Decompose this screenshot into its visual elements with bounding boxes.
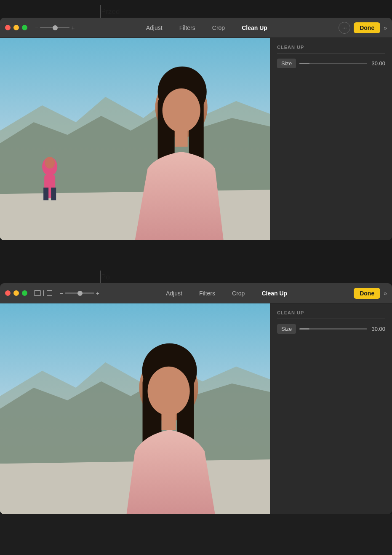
filters-button-bottom[interactable]: Filters (191, 287, 224, 299)
zoom-control-top: − + (35, 24, 75, 31)
after-label-area: Po (0, 265, 392, 283)
expand-button-bottom[interactable]: » (384, 290, 387, 297)
before-label: Przed (101, 8, 120, 16)
after-label: Po (101, 273, 110, 282)
zoom-slider-thumb-top (53, 25, 58, 30)
after-scene-svg (0, 303, 270, 514)
size-slider-track-top[interactable] (299, 63, 367, 64)
window-body-top: CLEAN UP Size 30.00 (0, 38, 392, 240)
image-area-bottom[interactable] (0, 303, 270, 514)
toolbar-nav-top: Adjust Filters Crop Clean Up (78, 22, 335, 34)
done-button-top[interactable]: Done (354, 22, 380, 33)
toolbar-right-top: ··· Done » (339, 22, 387, 34)
maximize-button-bottom[interactable] (22, 290, 27, 296)
titlebar-top: − + Adjust Filters Crop Clean Up ··· Don… (0, 18, 392, 38)
minimize-button[interactable] (13, 25, 19, 30)
view-toggle-split-icon (47, 290, 52, 296)
more-button-top[interactable]: ··· (339, 22, 350, 34)
before-label-area: Przed (0, 0, 392, 18)
toolbar-right-bottom: Done » (354, 288, 387, 299)
zoom-slider-bottom[interactable] (65, 292, 94, 294)
size-slider-fill-top (299, 63, 309, 64)
zoom-plus-top[interactable]: + (71, 24, 75, 31)
more-icon-top: ··· (342, 24, 347, 31)
before-divider-line (97, 38, 97, 240)
maximize-button[interactable] (22, 25, 27, 30)
after-divider-line (97, 303, 97, 514)
after-window: − + Adjust Filters Crop Clean Up Done » (0, 283, 392, 514)
cleanup-section-title-top: CLEAN UP (277, 45, 385, 50)
cleanup-button-bottom[interactable]: Clean Up (253, 287, 296, 299)
size-label-button-top[interactable]: Size (277, 59, 296, 68)
expand-button-top[interactable]: » (384, 24, 387, 31)
before-label-line (100, 5, 101, 18)
view-toggle-bottom[interactable] (34, 290, 52, 296)
image-area-top[interactable] (0, 38, 270, 240)
adjust-button-top[interactable]: Adjust (138, 22, 171, 34)
cleanup-section-title-bottom: CLEAN UP (277, 310, 385, 315)
svg-point-14 (163, 88, 200, 132)
zoom-slider-thumb-bottom (77, 291, 83, 296)
zoom-slider-top[interactable] (40, 27, 69, 28)
svg-point-7 (45, 157, 55, 169)
done-button-bottom[interactable]: Done (354, 288, 380, 299)
zoom-control-bottom: − + (60, 290, 99, 297)
toolbar-nav-bottom: Adjust Filters Crop Clean Up (103, 287, 350, 299)
sidebar-bottom: CLEAN UP Size 30.00 (270, 303, 392, 514)
svg-point-25 (148, 367, 190, 416)
size-row-top: Size 30.00 (277, 59, 385, 68)
adjust-button-bottom[interactable]: Adjust (157, 287, 191, 299)
size-slider-fill-bottom (299, 328, 309, 330)
size-row-bottom: Size 30.00 (277, 324, 385, 334)
size-value-bottom: 30.00 (371, 326, 385, 332)
before-window: − + Adjust Filters Crop Clean Up ··· Don… (0, 18, 392, 240)
zoom-plus-bottom[interactable]: + (96, 290, 99, 297)
window-gap (0, 240, 392, 265)
before-scene-svg (0, 38, 270, 240)
sidebar-divider-bottom (277, 319, 385, 319)
svg-rect-8 (43, 188, 48, 200)
minimize-button-bottom[interactable] (13, 290, 19, 296)
close-button-bottom[interactable] (5, 290, 11, 296)
window-body-bottom: CLEAN UP Size 30.00 (0, 303, 392, 514)
after-label-line (100, 271, 101, 283)
zoom-minus-top[interactable]: − (35, 24, 38, 31)
size-label-button-bottom[interactable]: Size (277, 324, 296, 334)
titlebar-bottom: − + Adjust Filters Crop Clean Up Done » (0, 283, 392, 303)
view-toggle-divider-icon (43, 290, 44, 296)
filters-button-top[interactable]: Filters (171, 22, 204, 34)
svg-marker-4 (0, 190, 270, 240)
cleanup-button-top[interactable]: Clean Up (233, 22, 276, 34)
view-toggle-full-icon (34, 290, 41, 296)
size-slider-track-bottom[interactable] (299, 328, 367, 330)
sidebar-top: CLEAN UP Size 30.00 (270, 38, 392, 240)
zoom-minus-bottom[interactable]: − (60, 290, 63, 297)
traffic-lights-bottom (5, 290, 27, 296)
svg-rect-15 (175, 130, 188, 147)
crop-button-top[interactable]: Crop (204, 22, 233, 34)
svg-rect-9 (51, 188, 56, 200)
traffic-lights-top (5, 25, 27, 30)
sidebar-divider-top (277, 53, 385, 54)
crop-button-bottom[interactable]: Crop (224, 287, 253, 299)
close-button[interactable] (5, 25, 11, 30)
svg-rect-26 (162, 412, 176, 430)
size-value-top: 30.00 (371, 60, 385, 67)
